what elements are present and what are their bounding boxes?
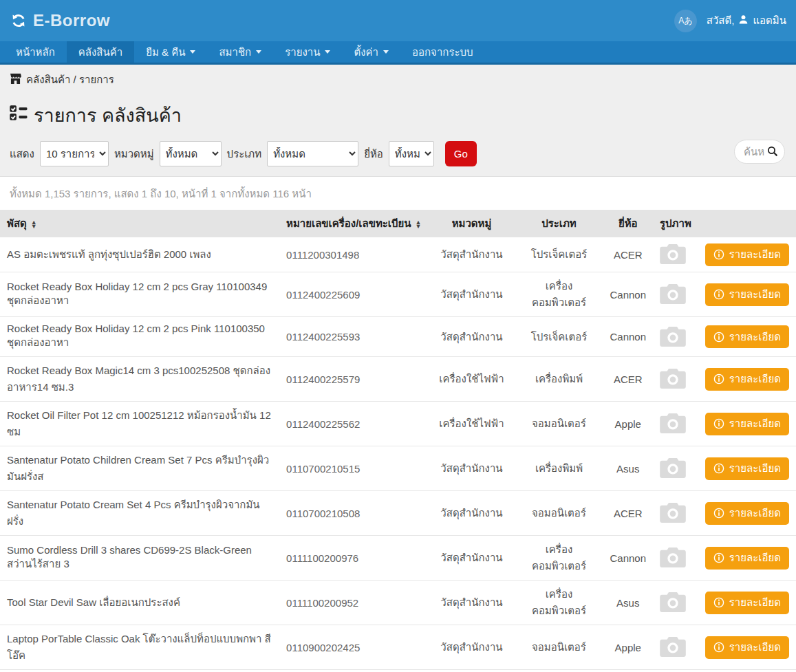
detail-button-label: รายละเอียด <box>729 460 781 477</box>
item-type: จอมอนิเตอร์ <box>515 402 603 446</box>
nav-item-members[interactable]: สมาชิก <box>207 41 273 63</box>
column-header-type: ประเภท <box>515 210 603 237</box>
item-type: จอมอนิเตอร์ <box>515 491 603 536</box>
detail-button[interactable]: รายละเอียด <box>705 636 789 659</box>
category-select[interactable]: ทั้งหมด <box>160 141 222 166</box>
nav-label: ยืม & คืน <box>146 44 185 61</box>
filter-bar: แสดง 10 รายการ หมวดหมู่ ทั้งหมด ประเภท ท… <box>0 137 796 166</box>
camera-placeholder-icon <box>660 591 691 614</box>
detail-button[interactable]: รายละเอียด <box>705 547 789 570</box>
detail-button[interactable]: รายละเอียด <box>705 457 789 480</box>
camera-placeholder-icon <box>660 636 691 659</box>
table-row: Sumo Cordless Drill 3 shares CD699-2S Bl… <box>0 536 796 581</box>
brand-select[interactable]: ทั้งหมด <box>389 141 434 166</box>
detail-button[interactable]: รายละเอียด <box>705 283 789 306</box>
column-header-serial[interactable]: หมายเลขเครื่อง/เลขทะเบียน▲▼ <box>279 210 428 237</box>
camera-placeholder-icon <box>660 243 691 266</box>
item-brand: ACER <box>603 357 653 402</box>
brand[interactable]: E-Borrow <box>10 11 110 30</box>
detail-button-label: รายละเอียด <box>729 639 781 655</box>
item-brand: ACER <box>603 491 653 536</box>
column-label: หมายเลขเครื่อง/เลขทะเบียน <box>286 217 411 229</box>
nav-item-inventory[interactable]: คลังสินค้า <box>67 41 134 63</box>
item-serial: 0110700210515 <box>279 446 428 491</box>
item-brand: Apple <box>603 625 653 670</box>
nav-label: รายงาน <box>285 44 320 61</box>
item-type: จอมอนิเตอร์ <box>515 625 603 670</box>
item-name: Santenatur Potato Children Cream Set 7 P… <box>0 446 279 491</box>
item-brand: Cannon <box>603 536 653 581</box>
search-icon[interactable] <box>767 146 778 160</box>
chevron-down-icon <box>325 50 330 54</box>
page-title-text: รายการ คลังสินค้า <box>34 100 182 130</box>
item-category: วัสดุสำนักงาน <box>428 237 515 272</box>
item-name: Sumo Cordless Drill 3 shares CD699-2S Bl… <box>0 536 279 581</box>
column-header-item[interactable]: พัสดุ▲▼ <box>0 210 279 237</box>
detail-button-label: รายละเอียด <box>729 505 781 521</box>
app-header: E-Borrow Aあ สวัสดี, แอดมิน <box>0 0 796 41</box>
task-list-icon <box>10 105 28 126</box>
type-select[interactable]: ทั้งหมด <box>267 141 358 166</box>
item-category: วัสดุสำนักงาน <box>428 446 515 491</box>
nav-item-home[interactable]: หน้าหลัก <box>4 41 67 63</box>
detail-button-label: รายละเอียด <box>729 329 781 345</box>
breadcrumb[interactable]: คลังสินค้า / รายการ <box>0 65 796 91</box>
table-row: AS อมตะเพชรแท้ ลูกทุ่งซุปเปอร์ฮิต 2000 เ… <box>0 237 796 272</box>
header-right: Aあ สวัสดี, แอดมิน <box>674 10 786 32</box>
detail-button[interactable]: รายละเอียด <box>705 592 789 614</box>
detail-button[interactable]: รายละเอียด <box>705 368 789 391</box>
item-name: Rocket Ready Box Holiday 12 cm 2 pcs Pin… <box>0 317 279 357</box>
nav-label: หน้าหลัก <box>16 44 55 61</box>
table-row: Rocket Ready Box Holiday 12 cm 2 pcs Gra… <box>0 272 796 317</box>
brand-label: ยี่ห้อ <box>364 146 383 162</box>
item-type: เครื่องคอมพิวเตอร์ <box>515 581 603 625</box>
detail-button[interactable]: รายละเอียด <box>705 502 789 525</box>
show-count-select[interactable]: 10 รายการ <box>40 141 109 166</box>
page-head-zone: คลังสินค้า / รายการ รายการ คลังสินค้า แส… <box>0 65 796 177</box>
user-menu[interactable]: สวัสดี, แอดมิน <box>707 12 786 29</box>
show-label: แสดง <box>10 146 34 162</box>
table-row: Santenatur Potato Children Cream Set 7 P… <box>0 446 796 491</box>
column-header-brand: ยี่ห้อ <box>603 210 653 237</box>
detail-button[interactable]: รายละเอียด <box>705 413 789 435</box>
language-toggle-icon[interactable]: Aあ <box>674 10 697 32</box>
table-header-row: พัสดุ▲▼ หมายเลขเครื่อง/เลขทะเบียน▲▼ หมวด… <box>0 210 796 237</box>
item-brand: ACER <box>603 237 653 272</box>
detail-button[interactable]: รายละเอียด <box>705 325 789 348</box>
nav-item-borrow-return[interactable]: ยืม & คืน <box>134 41 207 63</box>
nav-label: สมาชิก <box>219 44 251 61</box>
result-summary: ทั้งหมด 1,153 รายการ, แสดง 1 ถึง 10, หน้… <box>0 177 796 210</box>
table-row: Tool Star Devil Saw เลื่อยอเนกประสงค์ 01… <box>0 581 796 625</box>
nav-item-settings[interactable]: ตั้งค่า <box>342 41 400 63</box>
sort-icon[interactable]: ▲▼ <box>416 220 422 228</box>
nav-item-logout[interactable]: ออกจากระบบ <box>400 41 485 63</box>
item-serial: 0111200301498 <box>279 237 428 272</box>
chevron-down-icon <box>383 50 389 54</box>
camera-placeholder-icon <box>660 457 691 480</box>
username-text: แอดมิน <box>753 12 786 29</box>
item-name: AS อมตะเพชรแท้ ลูกทุ่งซุปเปอร์ฮิต 2000 เ… <box>0 237 279 272</box>
item-name: Tool Star Devil Saw เลื่อยอเนกประสงค์ <box>0 581 279 625</box>
item-category: วัสดุสำนักงาน <box>428 625 515 670</box>
nav-label: คลังสินค้า <box>78 44 122 61</box>
column-label: พัสดุ <box>7 217 27 229</box>
detail-button-label: รายละเอียด <box>729 415 781 432</box>
item-name: Rocket Ready Box Holiday 12 cm 2 pcs Gra… <box>0 272 279 317</box>
sync-icon <box>10 12 28 30</box>
item-category: วัสดุสำนักงาน <box>428 491 515 536</box>
item-category: วัสดุสำนักงาน <box>428 272 515 317</box>
nav-item-reports[interactable]: รายงาน <box>273 41 342 63</box>
camera-placeholder-icon <box>660 325 691 349</box>
store-icon <box>10 74 21 86</box>
go-button[interactable]: Go <box>445 141 477 166</box>
item-category: วัสดุสำนักงาน <box>428 581 515 625</box>
chevron-down-icon <box>190 50 195 54</box>
detail-button[interactable]: รายละเอียด <box>705 243 789 266</box>
item-serial: 0110700210508 <box>279 491 428 536</box>
greeting-text: สวัสดี, <box>707 12 735 29</box>
item-brand: Cannon <box>603 317 653 357</box>
item-category: วัสดุสำนักงาน <box>428 536 515 581</box>
search-box <box>734 140 785 164</box>
category-label: หมวดหมู่ <box>114 146 154 162</box>
sort-icon[interactable]: ▲▼ <box>31 220 37 228</box>
